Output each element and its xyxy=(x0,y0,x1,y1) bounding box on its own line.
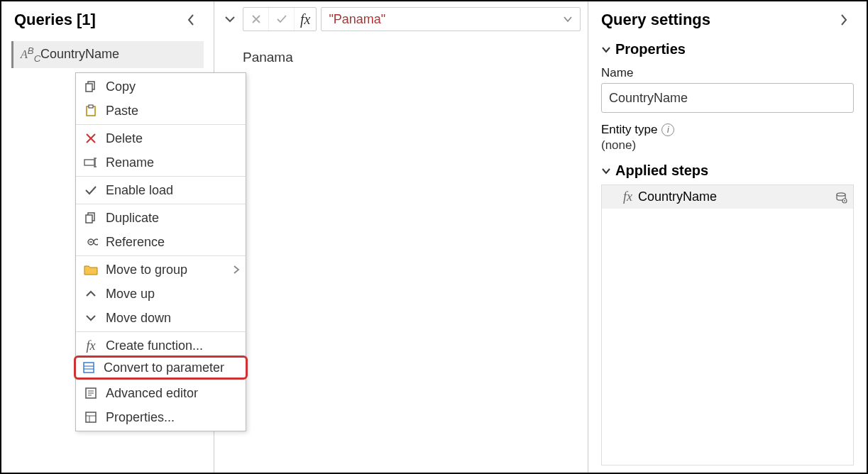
menu-advanced-editor-label: Advanced editor xyxy=(106,386,198,401)
query-item-label: CountryName xyxy=(40,47,119,62)
menu-advanced-editor[interactable]: Advanced editor xyxy=(76,381,246,405)
menu-copy-label: Copy xyxy=(106,79,136,94)
advanced-editor-icon xyxy=(82,385,100,401)
collapse-queries-icon[interactable] xyxy=(181,10,201,30)
applied-step-label: CountryName xyxy=(638,189,717,204)
query-settings-panel: Query settings Properties Name CountryNa… xyxy=(588,1,867,473)
duplicate-icon xyxy=(82,210,100,226)
properties-icon xyxy=(82,409,100,425)
svg-rect-18 xyxy=(86,412,96,422)
menu-divider xyxy=(76,255,246,256)
menu-divider xyxy=(76,331,246,332)
menu-duplicate[interactable]: Duplicate xyxy=(76,206,246,230)
svg-point-23 xyxy=(844,200,845,202)
menu-rename[interactable]: Rename xyxy=(76,150,246,175)
check-icon xyxy=(82,182,100,198)
menu-enable-load-label: Enable load xyxy=(106,183,173,198)
menu-convert-to-parameter[interactable]: Convert to parameter xyxy=(74,356,248,380)
menu-move-up-label: Move up xyxy=(106,287,155,302)
properties-section-label: Properties xyxy=(615,41,686,57)
chevron-right-icon xyxy=(233,265,240,275)
svg-rect-9 xyxy=(86,215,92,223)
formula-bar: fx "Panama" xyxy=(214,1,588,37)
menu-duplicate-label: Duplicate xyxy=(106,211,159,226)
svg-point-21 xyxy=(837,192,845,195)
menu-move-down[interactable]: Move down xyxy=(76,306,246,330)
menu-move-to-group-label: Move to group xyxy=(106,263,187,277)
applied-steps-section-toggle[interactable]: Applied steps xyxy=(588,160,867,182)
preview-value: Panama xyxy=(214,37,588,78)
name-field-label: Name xyxy=(588,60,867,83)
menu-paste-label: Paste xyxy=(106,104,138,118)
info-icon[interactable]: i xyxy=(661,123,674,136)
menu-delete[interactable]: Delete xyxy=(76,126,246,150)
chevron-up-icon xyxy=(82,286,100,302)
applied-steps-label: Applied steps xyxy=(615,162,708,179)
menu-create-function[interactable]: fx Create function... xyxy=(76,334,246,358)
menu-divider xyxy=(76,124,246,125)
step-settings-icon[interactable] xyxy=(835,191,847,204)
formula-input[interactable]: "Panama" xyxy=(321,7,581,31)
entity-type-value: (none) xyxy=(588,138,867,160)
fx-icon: fx xyxy=(295,11,316,28)
delete-icon xyxy=(82,131,100,146)
menu-rename-label: Rename xyxy=(106,155,154,170)
collapse-settings-icon[interactable] xyxy=(834,10,854,30)
chevron-down-icon xyxy=(601,167,611,175)
parameter-icon xyxy=(79,360,98,375)
chevron-down-icon xyxy=(601,46,611,53)
menu-reference-label: Reference xyxy=(106,235,165,250)
menu-move-to-group[interactable]: Move to group xyxy=(76,258,246,282)
menu-paste[interactable]: Paste xyxy=(76,99,246,123)
rename-icon xyxy=(82,155,100,170)
menu-copy[interactable]: Copy xyxy=(76,75,246,99)
copy-icon xyxy=(82,79,100,94)
name-input[interactable]: CountryName xyxy=(601,83,854,113)
cancel-formula-icon[interactable] xyxy=(243,8,269,31)
queries-panel-header: Queries [1] xyxy=(1,1,214,38)
menu-divider xyxy=(76,204,246,204)
applied-steps-list: fx CountryName xyxy=(601,184,854,465)
fx-icon: fx xyxy=(608,189,632,204)
menu-properties[interactable]: Properties... xyxy=(76,405,246,429)
menu-enable-load[interactable]: Enable load xyxy=(76,178,246,202)
paste-icon xyxy=(82,103,100,118)
reference-icon xyxy=(82,234,100,250)
chevron-down-icon xyxy=(82,310,100,326)
query-settings-header: Query settings xyxy=(588,1,867,38)
applied-step-item[interactable]: fx CountryName xyxy=(602,185,853,209)
query-item-countryname[interactable]: ABC CountryName xyxy=(11,41,204,68)
formula-value: "Panama" xyxy=(329,12,385,27)
properties-section-toggle[interactable]: Properties xyxy=(588,38,867,60)
menu-convert-to-parameter-label: Convert to parameter xyxy=(104,360,224,375)
queries-panel-title: Queries [1] xyxy=(14,11,96,29)
entity-type-row: Entity type i xyxy=(588,113,867,138)
query-context-menu: Copy Paste Delete Rename Enable load Dup… xyxy=(75,72,246,431)
menu-move-up[interactable]: Move up xyxy=(76,282,246,306)
menu-create-function-label: Create function... xyxy=(106,338,203,353)
menu-divider xyxy=(76,176,246,177)
menu-delete-label: Delete xyxy=(106,131,143,146)
fx-icon: fx xyxy=(82,338,100,353)
entity-type-label: Entity type xyxy=(601,123,657,137)
folder-icon xyxy=(82,262,100,277)
menu-move-down-label: Move down xyxy=(106,311,171,326)
query-settings-title: Query settings xyxy=(601,11,710,29)
svg-rect-4 xyxy=(84,160,94,165)
preview-panel: fx "Panama" Panama xyxy=(214,1,588,473)
formula-dropdown-icon[interactable] xyxy=(563,16,573,23)
commit-formula-icon[interactable] xyxy=(269,8,295,31)
menu-reference[interactable]: Reference xyxy=(76,230,246,254)
svg-rect-3 xyxy=(89,105,93,108)
text-type-icon: ABC xyxy=(21,45,36,64)
menu-properties-label: Properties... xyxy=(106,410,175,425)
name-input-value: CountryName xyxy=(609,91,688,106)
svg-rect-11 xyxy=(84,363,94,373)
svg-rect-1 xyxy=(86,84,92,92)
formula-actions: fx xyxy=(243,7,317,31)
expand-formula-icon[interactable] xyxy=(221,16,238,23)
